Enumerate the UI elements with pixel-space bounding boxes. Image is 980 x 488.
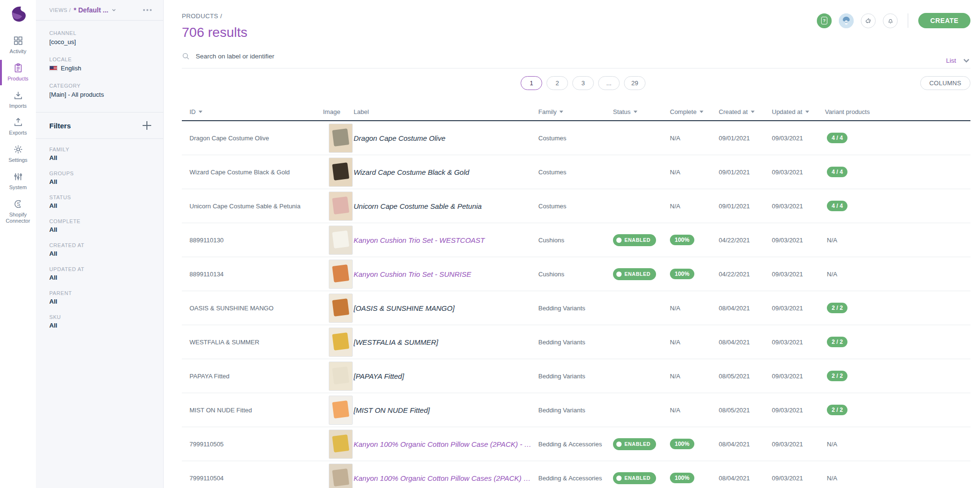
table-row[interactable]: 7999110505 Kanyon 100% Organic Cotton Pi… (182, 427, 970, 461)
table-body: Dragon Cape Costume Olive Dragon Cape Co… (182, 121, 970, 488)
notifications-bell-icon[interactable] (883, 13, 898, 28)
column-header[interactable]: Image (323, 108, 354, 115)
table-row[interactable]: WESTFALIA & SUMMER [WESTFALIA & SUMMER] … (182, 325, 970, 359)
created-at: 04/22/2021 (719, 237, 772, 244)
product-family: Costumes (538, 169, 613, 176)
filter-item[interactable]: SKU All (49, 314, 150, 329)
product-label[interactable]: Unicorn Cape Costume Sable & Petunia (354, 202, 538, 210)
complete-badge: N/A (670, 407, 680, 414)
announcements-icon[interactable] (861, 13, 876, 28)
view-mode-switcher[interactable]: List (946, 57, 970, 65)
locale-selector[interactable]: LOCALE English (49, 57, 150, 72)
filter-item[interactable]: UPDATED AT All (49, 266, 150, 281)
variant-badge: N/A (827, 237, 837, 244)
sidebar-item-exports[interactable]: Exports (0, 113, 36, 140)
more-options-icon[interactable] (141, 7, 154, 13)
breadcrumb[interactable]: PRODUCTS / (182, 12, 247, 20)
created-at: 08/05/2021 (719, 407, 772, 414)
product-family: Bedding & Accessories (538, 475, 613, 482)
filter-value: All (49, 226, 150, 233)
table-row[interactable]: OASIS & SUNSHINE MANGO [OASIS & SUNSHINE… (182, 291, 970, 325)
search-input[interactable] (196, 53, 445, 60)
product-label[interactable]: Wizard Cape Costume Black & Gold (354, 168, 538, 176)
column-header[interactable]: Label (354, 108, 538, 115)
filter-label: PARENT (49, 290, 150, 296)
filter-label: COMPLETE (49, 218, 150, 224)
page-button[interactable]: 2 (546, 76, 568, 90)
updated-at: 09/03/2021 (772, 237, 825, 244)
product-id: 8899110134 (182, 271, 323, 278)
filter-item[interactable]: STATUS All (49, 194, 150, 209)
column-header[interactable]: ID (182, 108, 323, 115)
sort-caret-icon (634, 111, 637, 113)
sidebar-item-system[interactable]: System (0, 168, 36, 195)
category-selector[interactable]: CATEGORY [Main] - All products (49, 83, 150, 98)
product-id: WESTFALIA & SUMMER (182, 339, 323, 346)
columns-button[interactable]: COLUMNS (920, 76, 970, 90)
filter-label: UPDATED AT (49, 266, 150, 272)
sidebar-item-activity[interactable]: Activity (0, 32, 36, 59)
sidebar-item-settings[interactable]: Settings (0, 140, 36, 168)
view-selector[interactable]: * Default ... (74, 6, 108, 14)
filter-item[interactable]: COMPLETE All (49, 218, 150, 233)
locale-value: English (61, 65, 81, 72)
page-button[interactable]: 29 (624, 76, 646, 90)
column-header[interactable]: Complete (670, 108, 719, 115)
avatar-image (839, 13, 854, 28)
column-header[interactable]: Updated at (772, 108, 825, 115)
product-label[interactable]: [MIST ON NUDE Fitted] (354, 406, 538, 414)
product-label[interactable]: [PAPAYA Fitted] (354, 372, 538, 380)
product-label[interactable]: Kanyon Cushion Trio Set - WESTCOAST (354, 236, 538, 244)
create-button[interactable]: CREATE (918, 13, 970, 28)
sidebar-item-products[interactable]: Products (0, 59, 36, 86)
page-title: 706 results (182, 25, 247, 40)
sidebar-item-imports[interactable]: Imports (0, 86, 36, 113)
add-filter-icon[interactable] (142, 121, 152, 130)
status-dot-icon (616, 476, 622, 481)
product-family: Bedding Variants (538, 407, 613, 414)
column-header[interactable]: Created at (719, 108, 772, 115)
column-header[interactable]: Variant products (825, 108, 970, 115)
help-icon[interactable]: ? (817, 13, 832, 28)
channel-selector[interactable]: CHANNEL [coco_us] (49, 30, 150, 45)
table-row[interactable]: 8899110134 Kanyon Cushion Trio Set - SUN… (182, 257, 970, 291)
filter-item[interactable]: FAMILY All (49, 147, 150, 161)
product-label[interactable]: Kanyon 100% Organic Cotton Pillow Cases … (354, 474, 538, 482)
table-row[interactable]: Dragon Cape Costume Olive Dragon Cape Co… (182, 121, 970, 155)
table-row[interactable]: 7999110504 Kanyon 100% Organic Cotton Pi… (182, 461, 970, 488)
filter-item[interactable]: GROUPS All (49, 170, 150, 185)
chevron-down-icon[interactable] (111, 8, 116, 12)
sidebar-item-label: Imports (9, 103, 27, 110)
product-label[interactable]: Kanyon Cushion Trio Set - SUNRISE (354, 270, 538, 278)
product-label[interactable]: Dragon Cape Costume Olive (354, 134, 538, 142)
table-row[interactable]: MIST ON NUDE Fitted [MIST ON NUDE Fitted… (182, 393, 970, 427)
product-id: 7999110505 (182, 441, 323, 448)
variant-badge: 4 / 4 (827, 201, 847, 211)
table-row[interactable]: Unicorn Cape Costume Sable & Petunia Uni… (182, 189, 970, 223)
avatar[interactable] (839, 13, 854, 28)
product-thumbnail (329, 260, 353, 289)
status-dot-icon (616, 238, 622, 243)
product-thumbnail (329, 192, 353, 221)
table-row[interactable]: Wizard Cape Costume Black & Gold Wizard … (182, 155, 970, 189)
filter-item[interactable]: CREATED AT All (49, 242, 150, 257)
table-row[interactable]: PAPAYA Fitted [PAPAYA Fitted] Bedding Va… (182, 359, 970, 393)
sidebar-item-shopify-connector[interactable]: S Shopify Connector (0, 195, 36, 229)
updated-at: 09/03/2021 (772, 441, 825, 448)
column-header[interactable]: Status (613, 108, 670, 115)
column-header[interactable]: Family (538, 108, 613, 115)
chevron-down-icon (962, 57, 970, 65)
variant-badge: N/A (827, 475, 837, 482)
sort-caret-icon (199, 111, 202, 113)
page-button[interactable]: 1 (521, 76, 542, 90)
product-label[interactable]: [OASIS & SUNSHINE MANGO] (354, 304, 538, 312)
product-label[interactable]: Kanyon 100% Organic Cotton Pillow Case (… (354, 440, 538, 448)
created-at: 09/01/2021 (719, 203, 772, 210)
page-button[interactable]: ... (598, 76, 620, 90)
product-label[interactable]: [WESTFALIA & SUMMER] (354, 338, 538, 346)
table-row[interactable]: 8899110130 Kanyon Cushion Trio Set - WES… (182, 223, 970, 257)
created-at: 08/04/2021 (719, 475, 772, 482)
page-button[interactable]: 3 (572, 76, 594, 90)
filter-item[interactable]: PARENT All (49, 290, 150, 305)
sort-caret-icon (805, 111, 809, 113)
